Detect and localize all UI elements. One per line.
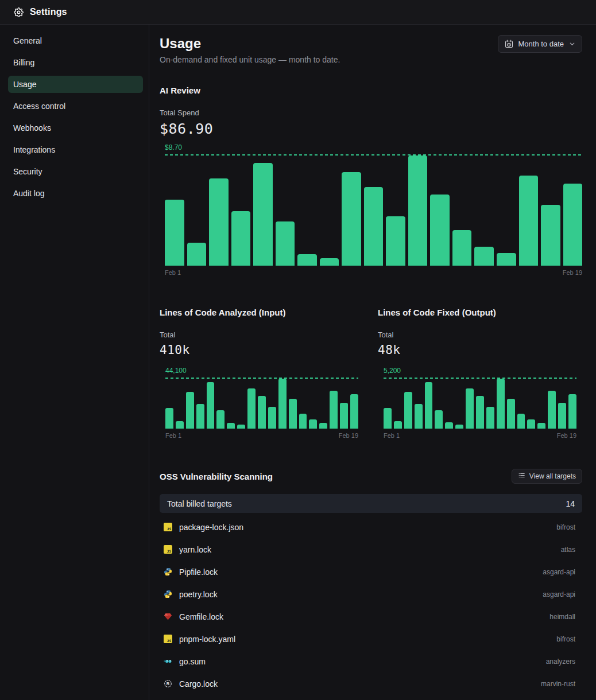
chart-bar <box>486 407 494 429</box>
chart-bar <box>497 379 505 429</box>
chart-bar <box>445 422 453 429</box>
chart-bar <box>568 394 576 429</box>
chart-bar <box>268 407 276 429</box>
target-project: bifrost <box>556 523 575 531</box>
loc-output-total-value: 48k <box>378 343 582 357</box>
chart-bar <box>278 379 287 429</box>
chart-bar <box>320 258 339 266</box>
chart-bar <box>517 414 525 429</box>
spend-chart: $8.70 Feb 1 Feb 19 <box>165 143 582 276</box>
target-project: asgard-api <box>543 590 575 598</box>
table-row[interactable]: JS pnpm-lock.yaml bifrost <box>160 628 582 650</box>
chart-bar <box>558 403 566 429</box>
js-file-icon: JS <box>164 635 172 643</box>
table-row[interactable]: JS yarn.lock atlas <box>160 538 582 561</box>
target-project: marvin-rust <box>541 680 575 688</box>
chart-bar <box>237 425 245 429</box>
date-range-dropdown[interactable]: Month to date <box>498 35 583 53</box>
target-name: poetry.lock <box>179 590 218 599</box>
chart-bar <box>319 423 327 429</box>
chart-bar <box>165 200 184 266</box>
target-list: JS package-lock.json bifrost JS yarn.loc… <box>160 516 582 695</box>
sidebar-item-audit-log[interactable]: Audit log <box>8 185 143 202</box>
chart-bar <box>408 155 428 266</box>
chart-bar <box>276 221 295 266</box>
js-file-icon: JS <box>164 523 172 531</box>
chart-bar <box>384 408 392 429</box>
sidebar-item-general[interactable]: General <box>8 32 143 49</box>
target-project: asgard-api <box>543 568 575 576</box>
target-name: Gemfile.lock <box>179 612 223 621</box>
sidebar-item-integrations[interactable]: Integrations <box>8 141 143 158</box>
x-axis-end-label: Feb 19 <box>563 269 582 276</box>
chart-bar <box>186 392 194 429</box>
sidebar-item-webhooks[interactable]: Webhooks <box>8 119 143 137</box>
table-row[interactable]: R Cargo.lock marvin-rust <box>160 672 582 695</box>
chart-bar <box>340 403 348 429</box>
sidebar-item-access-control[interactable]: Access control <box>8 98 143 115</box>
rust-icon: R <box>164 679 172 688</box>
chart-bar <box>207 382 215 429</box>
loc-output-bar-chart <box>384 379 576 429</box>
spend-x-axis: Feb 1 Feb 19 <box>165 269 582 276</box>
loc-input-chart: 44,100 Feb 1 Feb 19 <box>165 367 358 439</box>
chart-bar <box>330 391 338 429</box>
chart-bar <box>527 419 535 429</box>
chart-bar <box>404 392 412 429</box>
loc-input-total-value: 410k <box>160 343 364 357</box>
chart-bar <box>364 187 384 266</box>
loc-output-heading: Lines of Code Fixed (Output) <box>378 307 582 318</box>
oss-heading: OSS Vulnerability Scanning <box>160 471 273 482</box>
chart-bar <box>253 163 273 266</box>
python-icon <box>164 567 172 576</box>
python-icon <box>164 590 172 598</box>
chart-bar <box>394 421 402 429</box>
x-axis-end-label: Feb 19 <box>557 432 576 439</box>
chart-bar <box>541 205 560 266</box>
ruby-gem-icon <box>164 612 172 621</box>
total-billed-targets-label: Total billed targets <box>167 499 232 508</box>
target-name: Cargo.lock <box>179 679 218 689</box>
svg-text:R: R <box>167 681 170 686</box>
x-axis-end-label: Feb 19 <box>339 432 358 439</box>
loc-input-section: Lines of Code Analyzed (Input) Total 410… <box>160 307 364 439</box>
chart-bar <box>350 394 358 429</box>
chart-bar <box>507 399 515 429</box>
loc-input-bar-chart <box>165 379 358 429</box>
total-billed-targets-value: 14 <box>566 499 575 508</box>
table-row[interactable]: JS package-lock.json bifrost <box>160 516 582 538</box>
x-axis-start-label: Feb 1 <box>165 432 181 439</box>
chevron-down-icon <box>569 41 575 47</box>
table-row[interactable]: go.sum analyzers <box>160 650 582 672</box>
top-bar: Settings <box>0 0 596 25</box>
chart-bar <box>466 388 474 429</box>
sidebar-item-security[interactable]: Security <box>8 163 143 180</box>
sidebar-item-usage[interactable]: Usage <box>8 76 143 93</box>
chart-bar <box>216 410 225 429</box>
target-project: heimdall <box>549 613 575 621</box>
chart-bar <box>537 423 545 429</box>
loc-input-total-label: Total <box>160 330 364 339</box>
chart-bar <box>342 172 361 266</box>
app-title: Settings <box>30 7 67 17</box>
ai-review-section: AI Review Total Spend $86.90 $8.70 Feb 1… <box>160 85 582 276</box>
table-row[interactable]: Pipfile.lock asgard-api <box>160 561 582 583</box>
chart-bar <box>309 419 317 429</box>
chart-bar <box>297 254 317 266</box>
chart-bar <box>430 195 450 266</box>
table-row[interactable]: Gemfile.lock heimdall <box>160 605 582 628</box>
sidebar-item-billing[interactable]: Billing <box>8 54 143 71</box>
chart-bar <box>299 414 307 429</box>
view-all-targets-button[interactable]: View all targets <box>512 469 582 484</box>
loc-output-x-axis: Feb 1 Feb 19 <box>384 432 576 439</box>
chart-bar <box>497 253 516 266</box>
chart-bar <box>519 176 539 266</box>
chart-bar <box>165 408 173 429</box>
ai-review-heading: AI Review <box>160 85 582 96</box>
table-row[interactable]: poetry.lock asgard-api <box>160 583 582 605</box>
sidebar: General Billing Usage Access control Web… <box>0 25 149 700</box>
go-icon <box>164 657 172 666</box>
chart-bar <box>563 184 583 266</box>
view-all-targets-label: View all targets <box>529 472 576 480</box>
chart-bar <box>452 230 472 266</box>
